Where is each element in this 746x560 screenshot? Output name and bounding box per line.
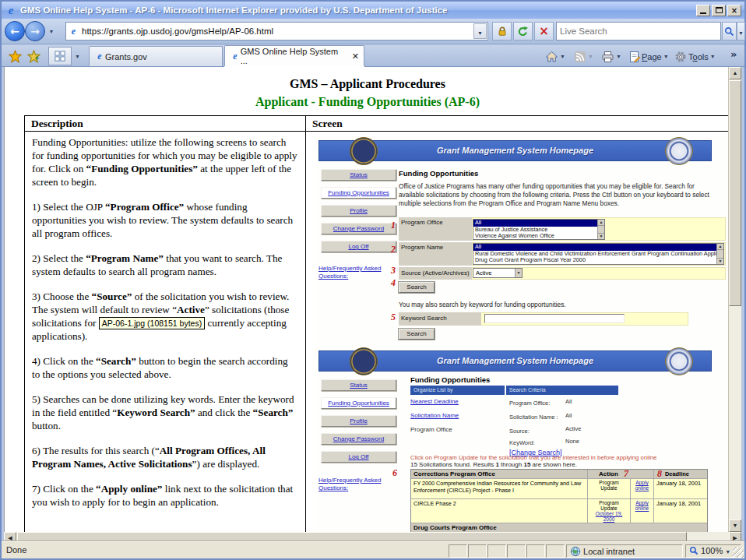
gms-nav-label: Status: [350, 171, 368, 178]
listbox-option: Drug Court Grant Program Fiscal Year 200…: [473, 257, 723, 264]
tools-gear-icon: [674, 51, 687, 63]
gms-nav-label: Change Password: [333, 225, 384, 232]
program-update-text: Program Update: [599, 500, 618, 511]
criteria-value: Active: [565, 425, 581, 432]
scroll-down-button[interactable]: ▼: [729, 519, 741, 532]
security-lock-button[interactable]: [492, 22, 512, 41]
gms-nav-profile: Profile: [321, 205, 396, 217]
add-favorite-button[interactable]: +: [24, 47, 43, 65]
screen-cell: Grant Management System Homepage Status …: [306, 132, 730, 532]
chevron-down-icon: ▼: [616, 54, 621, 59]
program-office-listbox: All Bureau of Justice Assistance Violenc…: [473, 219, 605, 240]
vertical-scrollbar[interactable]: ▲ ▼: [728, 67, 741, 532]
keyword-note: You may also search by keyword for fundi…: [399, 301, 566, 308]
navigation-bar: ← → ▼ e https://grants.ojp.usdoj.gov/gms…: [2, 19, 744, 44]
page-menu-label: Page: [642, 52, 662, 62]
listbox-scrollbar: ▲▼: [597, 220, 604, 239]
keyword-search-label: Keyword Search: [399, 312, 481, 326]
source-select: Active ▼: [473, 268, 523, 278]
history-dropdown[interactable]: ▼: [47, 29, 56, 34]
lock-icon: [497, 26, 508, 37]
deadline-cell: January 18, 2001: [654, 479, 707, 498]
back-button[interactable]: ←: [5, 21, 25, 41]
listbox-option: Violence Against Women Office: [473, 233, 604, 240]
step-number-2: 2: [391, 244, 396, 255]
chevron-down-icon: ▼: [738, 30, 744, 36]
solicitation-row: CIRCLE Phase 2 Program Update October 19…: [411, 499, 707, 523]
description-step-2: 2) Select the “Program Name” that you wa…: [32, 252, 298, 278]
search-magnifier-icon: [724, 26, 734, 37]
tab-list-dropdown[interactable]: ▼: [72, 47, 83, 65]
help-table: Description Screen Funding Opportunities…: [24, 115, 730, 532]
quick-tabs-icon: [55, 51, 65, 62]
step-number-3: 3: [391, 265, 396, 276]
gms-nav-label: Change Password: [333, 435, 384, 442]
help-page-content: GMS – Applicant Procedures Applicant - F…: [4, 67, 730, 532]
maximize-button[interactable]: [712, 5, 726, 16]
home-icon: [545, 51, 558, 63]
vertical-scroll-thumb[interactable]: [729, 80, 741, 306]
status-pane: [546, 544, 565, 558]
gms-nav-label: Status: [350, 382, 368, 389]
live-search-input[interactable]: [557, 23, 720, 40]
printer-icon: [601, 51, 614, 63]
gms-nav-funding-opportunities: Funding Opportunities: [321, 187, 396, 199]
print-button[interactable]: ▼: [601, 48, 621, 65]
search-options-dropdown[interactable]: ▼: [737, 22, 745, 41]
tab-bar: + ▼ e Grants.gov e GMS Online Help Syste…: [2, 45, 744, 67]
scroll-up-button[interactable]: ▲: [729, 67, 741, 79]
tab-close-icon[interactable]: ✕: [352, 51, 359, 62]
sort-solicitation-name-link: Solicitation Name: [410, 412, 459, 419]
address-dropdown[interactable]: ▼: [473, 23, 487, 39]
description-step-1: 1) Select the OJP “Program Office” whose…: [32, 200, 298, 240]
apply-online-link: Apply online: [631, 479, 654, 498]
gms-intro-text: Office of Justice Programs has many othe…: [399, 182, 718, 209]
home-button[interactable]: ▼: [545, 48, 565, 65]
doj-seal: [350, 137, 378, 165]
tools-menu-label: Tools: [688, 52, 709, 62]
address-bar[interactable]: e https://grants.ojp.usdoj.gov/gmsHelp/A…: [65, 22, 488, 41]
description-step-4: 4) Click on the “Search” button to begin…: [32, 354, 298, 381]
page-menu-button[interactable]: Page ▼: [629, 48, 669, 65]
gms-nav-status: Status: [321, 169, 396, 181]
minimize-icon: [700, 12, 706, 14]
tab-label: Grants.gov: [105, 52, 147, 62]
chevron-down-icon: ▼: [710, 54, 716, 59]
title-bar[interactable]: e GMS Online Help System - AP-6 - Micros…: [2, 2, 744, 19]
zoom-level: 100%: [701, 546, 723, 555]
live-search-box[interactable]: [556, 22, 721, 41]
favorites-star-icon: [9, 50, 22, 63]
gms-nav-profile: Profile: [321, 415, 396, 427]
gms-nav-log-off: Log Off: [321, 451, 396, 463]
feeds-button[interactable]: ▼: [574, 48, 593, 65]
forward-button[interactable]: →: [25, 21, 45, 41]
tab-gms-help[interactable]: e GMS Online Help System ... ✕: [224, 45, 364, 66]
favorites-center-button[interactable]: [6, 47, 23, 65]
refresh-button[interactable]: [513, 22, 533, 41]
search-button[interactable]: [722, 22, 737, 41]
step-number-8: 8: [657, 468, 662, 480]
stop-button[interactable]: ×: [534, 22, 554, 41]
table-header-row: Description Screen: [25, 116, 730, 132]
security-zone-pane[interactable]: Local intranet: [566, 544, 683, 558]
scroll-up-icon: ▲: [717, 244, 723, 250]
gms-help-faq-link: Help/Frequently Asked Questions:: [318, 477, 400, 493]
step-number-6: 6: [392, 467, 397, 479]
step-number-7: 7: [624, 468, 628, 480]
quick-tabs-button[interactable]: [48, 47, 72, 65]
tab-grants-gov[interactable]: e Grants.gov: [89, 46, 223, 66]
close-button[interactable]: ×: [727, 5, 741, 16]
gms-header-title: Grant Management System Homepage: [319, 356, 711, 365]
gms-nav-label: Profile: [350, 207, 368, 214]
toolbar-overflow-button[interactable]: »: [730, 45, 737, 63]
criteria-value: All: [565, 412, 572, 419]
minimize-button[interactable]: [696, 5, 710, 16]
ie-logo-icon: e: [5, 4, 17, 17]
gms-header-title: Grant Management System Homepage: [319, 146, 711, 155]
gms-funding-heading: Funding Opportunities: [410, 375, 490, 384]
sort-nearest-deadline-link: Nearest Deadline: [410, 398, 459, 405]
resize-grip[interactable]: [733, 547, 744, 558]
tools-menu-button[interactable]: Tools ▼: [674, 48, 716, 65]
tab-label: GMS Online Help System ...: [241, 47, 346, 65]
status-bar: Done Local intranet 100% ▼: [2, 541, 744, 558]
